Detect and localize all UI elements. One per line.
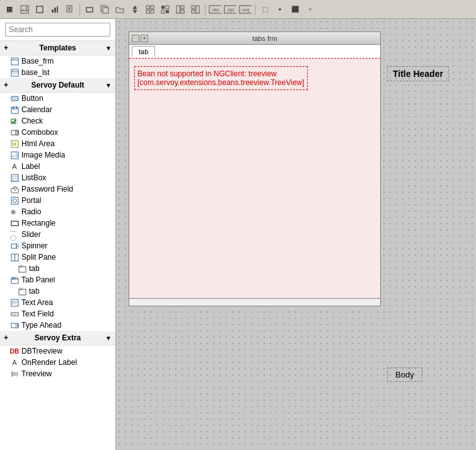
sidebar-item-slider[interactable]: —◯ Slider (0, 229, 115, 240)
slider-icon: —◯ (10, 230, 19, 239)
svg-rect-20 (151, 10, 154, 13)
square-toolbar-btn[interactable] (33, 3, 47, 16)
search-section (0, 19, 115, 41)
page-btn[interactable] (63, 3, 77, 16)
servoy-extra-items: DB DBTreeview A OnRender Label Treeview (0, 345, 115, 379)
svg-rect-0 (21, 6, 28, 13)
sidebar-item-text-area[interactable]: Text Area (0, 297, 115, 308)
sidebar-item-calendar[interactable]: Calendar (0, 104, 115, 115)
main-toolbar: ▦ olo o|o oo| ⬚ ▪ ⬛ ▫ (0, 0, 476, 19)
servoy-default-section-header[interactable]: + Servoy Default ▼ (0, 78, 115, 93)
search-input[interactable] (5, 23, 110, 37)
flow-btn[interactable] (158, 3, 172, 16)
form-tab[interactable]: tab (132, 46, 155, 57)
slider-label: Slider (21, 230, 41, 239)
label-label: Label (21, 162, 40, 171)
grid-btn[interactable] (143, 3, 157, 16)
arrow-btn[interactable] (128, 3, 142, 16)
sidebar-item-password-field[interactable]: Password Field (0, 183, 115, 195)
extra1-btn[interactable]: ⬚ (258, 3, 272, 16)
svg-rect-45 (13, 107, 14, 108)
svg-rect-23 (161, 10, 165, 13)
sidebar-item-text-field[interactable]: Text Field (0, 308, 115, 320)
sidebar-item-split-pane[interactable]: Split Pane (0, 251, 115, 263)
folder-btn[interactable] (113, 3, 127, 16)
svg-marker-54 (11, 154, 18, 157)
extra3-btn[interactable]: ⬛ (288, 3, 302, 16)
sidebar-item-portal[interactable]: Portal (0, 195, 115, 206)
servoy-extra-label: Servoy Extra (35, 333, 81, 342)
tab-sub1-label: tab (29, 264, 40, 273)
svg-rect-79 (11, 299, 18, 306)
text-area-icon (10, 298, 19, 307)
sidebar-item-radio[interactable]: Radio (0, 206, 115, 217)
svg-rect-17 (146, 6, 149, 9)
sidebar-item-html-area[interactable]: H Html Area (0, 138, 115, 149)
svg-point-61 (14, 190, 15, 191)
tab-panel-label: Tab Panel (21, 275, 55, 284)
form-body: tab Bean not supported in NGClient: tree… (129, 45, 380, 298)
sidebar-item-onrender-label[interactable]: A OnRender Label (0, 357, 115, 368)
svg-rect-72 (19, 267, 26, 272)
svg-rect-92 (15, 374, 18, 376)
tab-sub1-icon (18, 264, 26, 273)
form-close-btn[interactable]: × (141, 35, 148, 42)
sep2 (205, 4, 206, 15)
sidebar-item-type-ahead[interactable]: ▼ Type Ahead (0, 320, 115, 331)
image-media-label: Image Media (21, 151, 65, 159)
svg-rect-24 (166, 10, 169, 13)
split-btn[interactable] (173, 3, 187, 16)
sidebar-item-spinner[interactable]: Spinner (0, 240, 115, 251)
text-field-icon (10, 309, 19, 318)
sidebar-item-base-lst[interactable]: base_lst (0, 67, 115, 78)
svg-rect-13 (103, 8, 108, 13)
spinner-icon (10, 241, 19, 250)
num2-btn[interactable]: o|o (223, 3, 237, 16)
servoy-extra-section-header[interactable]: + Servoy Extra ▼ (0, 331, 115, 345)
svg-rect-11 (86, 8, 93, 12)
svg-rect-4 (52, 9, 54, 13)
svg-rect-6 (57, 6, 58, 13)
sidebar-item-tab-panel[interactable]: Tab Panel (0, 274, 115, 286)
label-icon: A (10, 162, 19, 171)
layers-btn[interactable] (98, 3, 112, 16)
extra4-btn[interactable]: ▫ (303, 3, 317, 16)
templates-section-header[interactable]: + Templates ▼ (0, 41, 115, 55)
button-label: Button (21, 94, 44, 103)
sidebar-item-button[interactable]: Button (0, 93, 115, 104)
svg-rect-27 (181, 10, 184, 13)
sidebar-item-tab-sub1[interactable]: tab (0, 263, 115, 274)
image-toolbar-btn[interactable] (18, 3, 32, 16)
html-area-label: Html Area (21, 139, 55, 148)
onrender-label-label: OnRender Label (21, 358, 77, 367)
rect-btn[interactable] (83, 3, 96, 16)
svg-rect-46 (16, 107, 17, 108)
sidebar-item-check[interactable]: Check (0, 115, 115, 127)
num3-btn[interactable]: oo| (238, 3, 252, 16)
sidebar-item-image-media[interactable]: Image Media (0, 149, 115, 161)
svg-rect-62 (11, 197, 18, 204)
svg-text:o|o: o|o (228, 7, 235, 13)
tab-toolbar-btn[interactable]: ▦ (3, 3, 16, 16)
sidebar-item-combobox[interactable]: ▼ Combobox (0, 127, 115, 138)
merge-btn[interactable] (189, 3, 202, 16)
form-minimize-btn[interactable] (132, 35, 139, 42)
sidebar-item-tab-sub2[interactable]: tab (0, 286, 115, 297)
servoy-default-items: Button Calendar Check ▼ Com (0, 93, 115, 331)
servoy-default-toggle-icon: ▼ (105, 82, 112, 89)
svg-rect-56 (11, 175, 18, 182)
canvas-area[interactable]: × tabs frm tab Bean not supported in NGC… (116, 19, 476, 450)
form-window-title: tabs frm (152, 35, 378, 42)
templates-toggle-icon: ▼ (105, 45, 112, 52)
sidebar-item-dbtreeview[interactable]: DB DBTreeview (0, 345, 115, 357)
sidebar-item-listbox[interactable]: ListBox (0, 172, 115, 183)
sidebar-item-label[interactable]: A Label (0, 161, 115, 172)
bar-chart-btn[interactable] (48, 3, 62, 16)
num1-btn[interactable]: olo (208, 3, 222, 16)
svg-rect-43 (11, 107, 18, 113)
servoy-default-plus-icon: + (4, 81, 8, 89)
sidebar-item-treeview[interactable]: Treeview (0, 368, 115, 379)
sidebar-item-base-frm[interactable]: Base_frm (0, 55, 115, 67)
sidebar-item-rectangle[interactable]: Rectangle (0, 217, 115, 229)
extra2-btn[interactable]: ▪ (273, 3, 287, 16)
